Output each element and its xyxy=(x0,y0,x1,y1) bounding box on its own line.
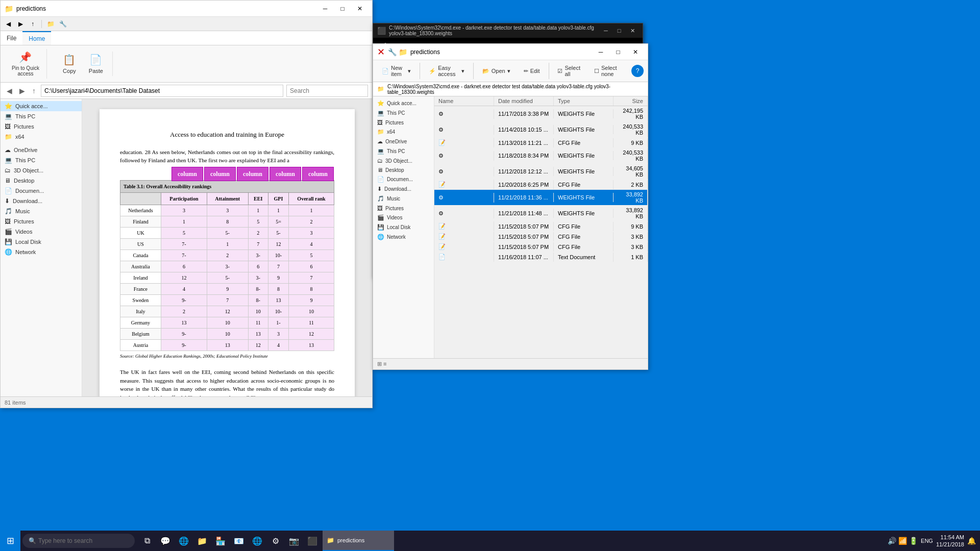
fm-nav-network[interactable]: 🌐 Network xyxy=(373,232,434,242)
nav-network[interactable]: 🌐 Network xyxy=(1,247,82,257)
up-button[interactable]: ↑ xyxy=(30,86,38,96)
qa-forward[interactable]: ▶ xyxy=(15,18,26,30)
nav-music[interactable]: 🎵 Music xyxy=(1,206,82,216)
file-row[interactable]: 📄 11/16/2018 11:07 ... Text Document 1 K… xyxy=(434,252,648,262)
nav-videos[interactable]: 🎬 Videos xyxy=(1,227,82,237)
file-icon: ⚙ xyxy=(438,210,444,217)
file-date: 11/21/2018 11:48 ... xyxy=(494,209,554,218)
edge-icon[interactable]: 🌐 xyxy=(249,533,265,549)
fm-nav-pictures[interactable]: 🖼 Pictures xyxy=(373,118,434,127)
nav-quick-access[interactable]: ⭐ Quick acce... xyxy=(1,101,82,111)
fm-nav-onedrive[interactable]: ☁ OneDrive xyxy=(373,137,434,146)
maximize-button[interactable]: □ xyxy=(334,3,351,15)
file-row[interactable]: 📝 11/15/2018 5:07 PM CFG File 3 KB xyxy=(434,232,648,242)
terminal-icon[interactable]: ⬛ xyxy=(304,533,321,549)
forward-button[interactable]: ▶ xyxy=(17,86,27,96)
file-row[interactable]: ⚙ 11/21/2018 11:48 ... WEIGHTS File 33,8… xyxy=(434,206,648,221)
fm-close-x[interactable]: ✕ xyxy=(377,46,385,58)
file-size: 242,195 KB xyxy=(614,106,648,121)
table-cell: 9- xyxy=(161,294,207,306)
cmd-minimize[interactable]: ─ xyxy=(600,26,612,36)
back-button[interactable]: ◀ xyxy=(5,86,14,96)
nav-onedrive[interactable]: ☁ OneDrive xyxy=(1,145,82,155)
file-row[interactable]: 📝 11/15/2018 5:07 PM CFG File 3 KB xyxy=(434,242,648,252)
fm-nav-this-pc2[interactable]: 💻 This PC xyxy=(373,146,434,156)
fm-nav-desktop[interactable]: 🖥 Desktop xyxy=(373,165,434,174)
new-item-button[interactable]: 📄 New item ▾ xyxy=(377,62,415,80)
close-button[interactable]: ✕ xyxy=(352,3,368,15)
open-button[interactable]: 📂 Open ▾ xyxy=(478,65,515,77)
file-row[interactable]: 📝 11/13/2018 11:21 ... CFG File 9 KB xyxy=(434,138,648,148)
qa-up[interactable]: ↑ xyxy=(27,18,38,30)
nav-3d-objects[interactable]: 🗂 3D Object... xyxy=(1,165,82,176)
mail-icon[interactable]: 📧 xyxy=(231,533,247,549)
edit-button[interactable]: ✏ Edit xyxy=(519,65,545,77)
fm-nav-3d[interactable]: 🗂 3D Object... xyxy=(373,156,434,165)
col-header-participation: Participation xyxy=(161,192,207,205)
camera-icon[interactable]: 📷 xyxy=(286,533,302,549)
table-cell: Ireland xyxy=(120,272,161,283)
nav-local-disk[interactable]: 💾 Local Disk xyxy=(1,237,82,247)
computer-icon-2: 💻 xyxy=(5,157,12,164)
table-cell: 9- xyxy=(161,328,207,339)
help-button[interactable]: ? xyxy=(631,65,644,77)
nav-downloads[interactable]: ⬇ Download... xyxy=(1,196,82,206)
document-viewer[interactable]: Access to education and training in Euro… xyxy=(82,99,372,396)
nav-x64[interactable]: 📁 x64 xyxy=(1,132,82,142)
taskbar-predictions-app[interactable]: 📁 predictions xyxy=(323,531,394,551)
copy-button[interactable]: 📋 Copy xyxy=(57,52,82,76)
fm-minimize[interactable]: ─ xyxy=(593,46,609,58)
select-none-button[interactable]: ☐ Select none xyxy=(590,62,627,80)
browser-icon[interactable]: 🌐 xyxy=(176,533,192,549)
table-row: Finland1855=2 xyxy=(120,216,334,227)
qa-new-folder[interactable]: 📁 xyxy=(45,18,56,30)
file-row[interactable]: ⚙ 11/14/2018 10:15 ... WEIGHTS File 240,… xyxy=(434,122,648,138)
fm-nav-music[interactable]: 🎵 Music xyxy=(373,194,434,204)
file-row[interactable]: 📝 11/15/2018 5:07 PM CFG File 9 KB xyxy=(434,221,648,232)
address-input[interactable] xyxy=(41,85,283,97)
store-icon[interactable]: 🏪 xyxy=(212,533,229,549)
table-cell: 2 xyxy=(207,249,248,261)
fm-nav-videos[interactable]: 🎬 Videos xyxy=(373,213,434,222)
cortana-icon[interactable]: 💬 xyxy=(157,533,174,549)
nav-pictures[interactable]: 🖼 Pictures xyxy=(1,121,82,132)
tab-file[interactable]: File xyxy=(1,31,22,45)
start-button[interactable]: ⊞ xyxy=(0,531,20,551)
fm-nav-quick-access[interactable]: ⭐ Quick acce... xyxy=(373,98,434,108)
fm-nav-x64[interactable]: 📁 x64 xyxy=(373,127,434,137)
easy-access-button[interactable]: ⚡ Easy access ▾ xyxy=(424,62,469,80)
file-row[interactable]: ⚙ 11/17/2018 3:38 PM WEIGHTS File 242,19… xyxy=(434,106,648,122)
fm-maximize[interactable]: □ xyxy=(610,46,626,58)
nav-desktop[interactable]: 🖥 Desktop xyxy=(1,176,82,186)
fm-close[interactable]: ✕ xyxy=(627,46,644,58)
notification-icon[interactable]: 🔔 xyxy=(967,537,976,545)
fm-nav-documents[interactable]: 📄 Documen... xyxy=(373,174,434,184)
select-all-button[interactable]: ☑ Select all xyxy=(553,62,585,80)
nav-pictures2[interactable]: 🖼 Pictures xyxy=(1,216,82,227)
fm-nav-this-pc[interactable]: 💻 This PC xyxy=(373,108,434,118)
pin-to-quick-access-button[interactable]: 📌 Pin to Quickaccess xyxy=(9,49,42,79)
nav-documents[interactable]: 📄 Documen... xyxy=(1,186,82,196)
file-row[interactable]: ⚙ 11/18/2018 8:34 PM WEIGHTS File 240,53… xyxy=(434,148,648,164)
minimize-button[interactable]: ─ xyxy=(317,3,333,15)
file-row[interactable]: 📝 11/20/2018 6:25 PM CFG File 2 KB xyxy=(434,180,648,190)
qa-back[interactable]: ◀ xyxy=(3,18,14,30)
search-bar[interactable]: 🔍 xyxy=(22,534,135,548)
cmd-close[interactable]: ✕ xyxy=(626,26,639,36)
nav-this-pc2[interactable]: 💻 This PC xyxy=(1,155,82,165)
settings-icon[interactable]: ⚙ xyxy=(267,533,284,549)
fm-nav-pictures2[interactable]: 🖼 Pictures xyxy=(373,204,434,213)
qa-properties[interactable]: 🔧 xyxy=(57,18,68,30)
file-explorer-taskbar[interactable]: 📁 xyxy=(194,533,210,549)
nav-this-pc[interactable]: 💻 This PC xyxy=(1,111,82,121)
fm-nav-downloads[interactable]: ⬇ Download... xyxy=(373,184,434,194)
search-box[interactable] xyxy=(286,85,368,97)
cmd-maximize[interactable]: □ xyxy=(613,26,625,36)
task-view-button[interactable]: ⧉ xyxy=(139,533,155,549)
tab-home[interactable]: Home xyxy=(22,31,51,45)
search-input[interactable] xyxy=(38,537,115,544)
paste-button[interactable]: 📄 Paste xyxy=(84,52,108,76)
file-row[interactable]: ⚙ 11/12/2018 12:12 ... WEIGHTS File 34,6… xyxy=(434,164,648,180)
fm-nav-local-disk[interactable]: 💾 Local Disk xyxy=(373,222,434,232)
file-row[interactable]: ⚙ 11/21/2018 11:36 ... WEIGHTS File 33,8… xyxy=(434,190,648,206)
